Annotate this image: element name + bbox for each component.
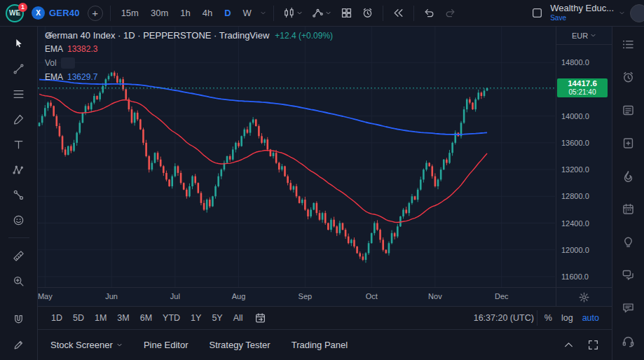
panel-maximize-button[interactable] [587, 339, 599, 351]
chats-button[interactable] [618, 264, 639, 285]
layout-square-icon [531, 7, 543, 19]
trend-line-icon [13, 63, 25, 75]
select-layout-button[interactable] [529, 6, 545, 20]
ideas-button[interactable] [618, 231, 639, 252]
emoji-tool-button[interactable] [7, 210, 31, 230]
chevron-down-icon [325, 10, 331, 16]
price-axis[interactable]: EUR 14417.6 05:21:40 14800.014400.014000… [556, 27, 612, 287]
range-5d[interactable]: 5D [68, 311, 89, 325]
user-avatar[interactable] [630, 4, 644, 22]
go-to-date-button[interactable] [254, 312, 266, 324]
prediction-tool-button[interactable] [7, 185, 31, 205]
tab-trading-panel[interactable]: Trading Panel [292, 340, 348, 350]
brush-tool-button[interactable] [7, 109, 31, 129]
chart-pane[interactable]: German 40 Index · 1D · PEPPERSTONE · Tra… [38, 27, 556, 287]
chart-style-button[interactable] [281, 6, 305, 20]
hotlists-button[interactable] [618, 165, 639, 186]
compare-add-symbol-button[interactable]: + [88, 6, 103, 21]
bar-replay-button[interactable] [390, 6, 406, 20]
time-axis[interactable]: MayJunJulAugSepOctNovDec [38, 288, 556, 306]
tab-pine-editor[interactable]: Pine Editor [144, 340, 189, 350]
tab-strategy-tester[interactable]: Strategy Tester [209, 340, 270, 350]
tab-stock-screener[interactable]: Stock Screener [50, 340, 123, 350]
timeframe-dropdown-chevron-icon[interactable] [260, 10, 266, 16]
timeframe-4h[interactable]: 4h [199, 6, 216, 20]
alerts-button[interactable] [618, 67, 639, 88]
chart-change: +12.4 (+0.09%) [275, 31, 333, 41]
fib-retracement-tool-button[interactable] [7, 84, 31, 104]
watchlist-button[interactable] [618, 34, 639, 55]
timeframe-1w[interactable]: W [240, 6, 255, 20]
time-axis-label: Dec [495, 292, 509, 300]
range-1y[interactable]: 1Y [186, 311, 206, 325]
time-axis-label: Jul [170, 292, 180, 300]
percent-scale-button[interactable]: % [540, 311, 556, 325]
data-window-button[interactable] [618, 132, 639, 153]
range-1m[interactable]: 1M [90, 311, 111, 325]
tab-label: Stock Screener [50, 340, 113, 350]
cursor-tool-button[interactable] [7, 34, 31, 53]
replay-rewind-icon [392, 7, 404, 19]
range-all[interactable]: All [228, 311, 248, 325]
zoom-in-tool-button[interactable] [7, 271, 31, 291]
app-logo[interactable]: WE 1 [6, 4, 24, 22]
undo-button[interactable] [421, 6, 437, 20]
ema-1-label[interactable]: EMA [45, 44, 63, 54]
range-1d[interactable]: 1D [46, 311, 67, 325]
text-tool-button[interactable] [7, 134, 31, 154]
currency-selector[interactable]: EUR [556, 27, 612, 45]
volume-label[interactable]: Vol [45, 58, 57, 68]
chevron-up-icon [45, 30, 51, 36]
range-toolbar: 1D 5D 1M 3M 6M YTD 1Y 5Y All 16:37:20 (U… [38, 306, 612, 329]
ema-2-label[interactable]: EMA [45, 72, 63, 82]
redo-button[interactable] [442, 6, 458, 20]
smiley-icon [13, 214, 25, 226]
xabcd-pattern-tool-button[interactable] [7, 160, 31, 179]
time-axis-row: MayJunJulAugSepOctNovDec [38, 287, 612, 306]
currency-label: EUR [572, 32, 588, 40]
axis-settings-corner[interactable] [556, 288, 612, 306]
chat-bubbles-icon [622, 268, 635, 282]
news-button[interactable] [618, 99, 639, 120]
range-ytd[interactable]: YTD [158, 311, 185, 325]
session-clock[interactable]: 16:37:20 (UTC) [474, 313, 534, 323]
tab-label: Pine Editor [144, 340, 189, 350]
range-3m[interactable]: 3M [112, 311, 134, 325]
public-chat-button[interactable] [618, 297, 639, 318]
measure-tool-button[interactable] [7, 246, 31, 265]
timeframe-1h[interactable]: 1h [177, 6, 193, 20]
help-button[interactable] [618, 330, 639, 351]
timeframe-15m[interactable]: 15m [118, 6, 142, 20]
calendar-goto-icon [254, 312, 266, 324]
timeframe-30m[interactable]: 30m [147, 6, 172, 20]
layout-name-block[interactable]: Wealthy Educ... Save [550, 4, 614, 22]
brush-icon [13, 113, 25, 125]
trend-line-tool-button[interactable] [7, 59, 31, 78]
symbol-search-button[interactable]: X GER40 [29, 5, 83, 21]
layout-grid-button[interactable] [338, 6, 355, 20]
timeframe-1d[interactable]: D [221, 6, 234, 20]
panel-expand-button[interactable] [563, 339, 575, 351]
time-axis-label: Sep [299, 292, 313, 300]
magnet-tool-button[interactable] [7, 310, 31, 329]
range-6m[interactable]: 6M [135, 311, 157, 325]
layout-dropdown-chevron-icon[interactable] [619, 10, 625, 16]
range-5y[interactable]: 5Y [207, 311, 227, 325]
volume-visibility-button[interactable] [61, 57, 75, 69]
toolbar-separator [413, 6, 414, 21]
indicators-button[interactable] [310, 6, 334, 20]
price-axis-label: 12400.0 [561, 219, 589, 228]
last-price-badge[interactable]: 14417.6 05:21:40 [557, 78, 608, 97]
calendar-button[interactable] [618, 198, 639, 219]
fullscreen-icon [587, 339, 599, 351]
save-layout-link[interactable]: Save [550, 14, 614, 22]
alert-button[interactable] [359, 6, 376, 20]
legend-collapse-button[interactable] [45, 85, 57, 94]
chart-title[interactable]: German 40 Index · 1D · PEPPERSTONE · Tra… [45, 30, 269, 41]
candlestick-style-icon [283, 7, 295, 19]
candles-layer [39, 71, 488, 263]
auto-scale-button[interactable]: auto [578, 311, 603, 325]
text-icon [13, 139, 25, 151]
log-scale-button[interactable]: log [557, 311, 577, 325]
edit-drawings-button[interactable] [7, 335, 31, 354]
